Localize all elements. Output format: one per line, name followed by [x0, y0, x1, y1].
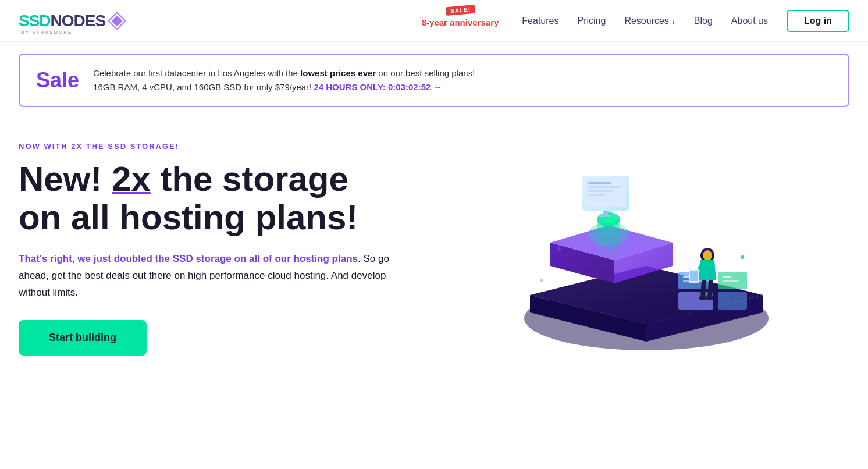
features-link[interactable]: Features — [522, 16, 558, 26]
nav-features[interactable]: Features — [522, 16, 558, 26]
anniversary-label: 8-year anniversary — [422, 17, 499, 27]
nav-resources[interactable]: Resources ↓ — [624, 16, 675, 26]
sale-bold: lowest prices ever — [300, 68, 376, 78]
sale-line2: 16GB RAM, 4 vCPU, and 160GB SSD for only… — [93, 80, 475, 94]
sale-line1: Celebrate our first datacenter in Los An… — [93, 66, 475, 80]
svg-marker-34 — [699, 260, 716, 280]
svg-rect-30 — [723, 280, 739, 282]
svg-point-44 — [540, 279, 543, 282]
resources-dropdown-icon: ↓ — [671, 17, 675, 26]
hero-eyebrow: NOW WITH 2X THE SSD STORAGE! — [19, 142, 414, 151]
start-building-button[interactable]: Start building — [19, 320, 147, 356]
svg-rect-20 — [588, 194, 606, 196]
anniversary-link[interactable]: SALE! 8-year anniversary — [422, 14, 504, 27]
logo-link[interactable]: SSD NODES — [19, 12, 126, 30]
nav-blog[interactable]: Blog — [694, 16, 713, 26]
login-button[interactable]: Log in — [787, 10, 849, 32]
nav-anniversary[interactable]: SALE! 8-year anniversary — [422, 14, 504, 27]
svg-rect-17 — [588, 182, 611, 184]
sale-banner-label: Sale — [36, 68, 79, 93]
svg-rect-19 — [588, 190, 614, 192]
logo-strasmore: BY STRASMORE — [21, 30, 72, 35]
logo-nodes: NODES — [51, 12, 106, 30]
pricing-link[interactable]: Pricing — [577, 16, 606, 26]
svg-rect-21 — [603, 211, 608, 215]
anniversary-badge: SALE! 8-year anniversary — [422, 14, 499, 27]
svg-rect-22 — [600, 215, 611, 217]
about-link[interactable]: About us — [731, 16, 768, 26]
hero-content: NOW WITH 2X THE SSD STORAGE! New! 2x the… — [19, 142, 414, 356]
svg-rect-39 — [690, 271, 698, 281]
navbar: SSD NODES BY STRASMORE SALE! 8-year anni… — [0, 0, 868, 42]
sale-timer[interactable]: 24 HOURS ONLY: 0:03:02:52 → — [314, 82, 442, 92]
nav-about[interactable]: About us — [731, 16, 768, 26]
logo-ssd: SSD — [19, 12, 51, 30]
hero-subtitle: That's right, we just doubled the SSD st… — [19, 251, 414, 301]
resources-link[interactable]: Resources ↓ — [624, 16, 675, 26]
nav-pricing[interactable]: Pricing — [577, 16, 606, 26]
hero-title-line1: New! 2x the storage — [19, 159, 348, 198]
svg-rect-18 — [588, 186, 620, 188]
blog-link[interactable]: Blog — [694, 16, 713, 26]
hero-illustration — [437, 144, 849, 353]
svg-point-41 — [706, 296, 714, 300]
sale-banner: Sale Celebrate our first datacenter in L… — [19, 54, 849, 107]
nav-links: SALE! 8-year anniversary Features Pricin… — [422, 14, 768, 27]
svg-point-42 — [557, 246, 561, 251]
hero-section: NOW WITH 2X THE SSD STORAGE! New! 2x the… — [0, 119, 868, 379]
svg-point-40 — [699, 296, 707, 300]
svg-rect-29 — [723, 276, 731, 278]
sale-tag: SALE! — [445, 5, 475, 16]
svg-point-33 — [703, 250, 712, 261]
hero-subtitle-bold: That's right, we just doubled the SSD st… — [19, 253, 358, 264]
sale-banner-text: Celebrate our first datacenter in Los An… — [93, 66, 475, 94]
title-2x: 2x — [112, 159, 151, 198]
logo-area[interactable]: SSD NODES BY STRASMORE — [19, 12, 126, 30]
svg-rect-26 — [718, 292, 747, 310]
hero-title: New! 2x the storage on all hosting plans… — [19, 160, 414, 237]
hero-title-line2: on all hosting plans! — [19, 198, 358, 237]
hero-svg — [498, 144, 789, 353]
logo-diamond-icon — [108, 12, 126, 30]
svg-point-43 — [741, 255, 744, 259]
